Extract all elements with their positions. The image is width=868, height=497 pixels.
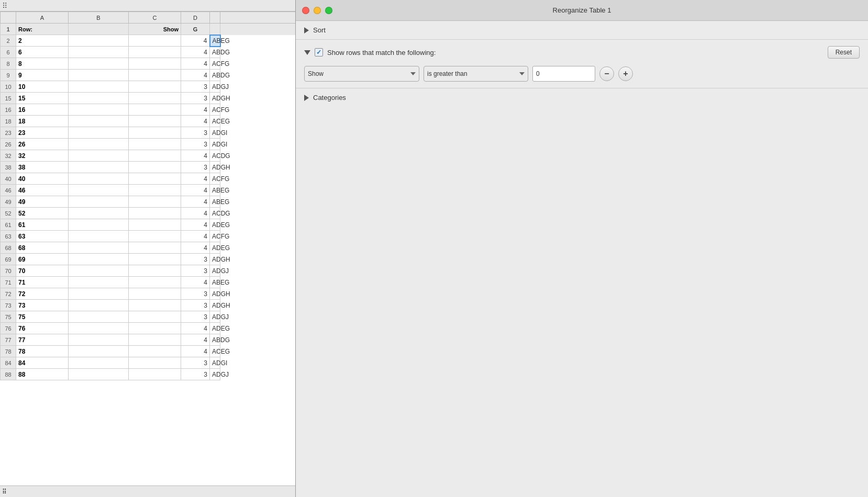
cell-d-value[interactable]: 4	[181, 242, 210, 254]
cell-c-value[interactable]	[129, 346, 181, 357]
cell-d-value[interactable]: 4	[181, 104, 210, 116]
cell-c-value[interactable]	[129, 173, 181, 185]
cell-a-value[interactable]: 84	[16, 357, 69, 369]
cell-c-value[interactable]	[129, 93, 181, 104]
cell-a-value[interactable]: 63	[16, 231, 69, 242]
cell-e-value[interactable]: ACFG	[210, 58, 220, 70]
cell-a-value[interactable]: 77	[16, 334, 69, 346]
cell-c-value[interactable]	[129, 127, 181, 139]
cell-d-value[interactable]: 4	[181, 185, 210, 196]
cell-b-value[interactable]	[69, 35, 129, 47]
cell-e-value[interactable]: ADGI	[210, 357, 220, 369]
cell-d-value[interactable]: 3	[181, 300, 210, 311]
cell-e-value[interactable]: ADGJ	[210, 265, 220, 277]
cell-e-value[interactable]: ABEG	[210, 185, 220, 196]
cell-b-value[interactable]	[69, 104, 129, 116]
cell-a-value[interactable]: 32	[16, 150, 69, 162]
cell-e-value[interactable]: ABEG	[210, 35, 220, 47]
cell-e-value[interactable]: ADEG	[210, 323, 220, 334]
cell-e-value[interactable]: ADGH	[210, 93, 220, 104]
cell-a-value[interactable]: 40	[16, 173, 69, 185]
cell-c-value[interactable]	[129, 242, 181, 254]
cell-c-value[interactable]	[129, 300, 181, 311]
cell-e-value[interactable]: ACDG	[210, 208, 220, 219]
cell-e-value[interactable]: ADGJ	[210, 311, 220, 323]
cell-e-value[interactable]: ACEG	[210, 346, 220, 357]
cell-b-value[interactable]	[69, 150, 129, 162]
cell-b-value[interactable]	[69, 70, 129, 81]
cell-d-value[interactable]: 3	[181, 162, 210, 173]
cell-d-value[interactable]: 4	[181, 231, 210, 242]
cell-b-value[interactable]	[69, 162, 129, 173]
cell-b-value[interactable]	[69, 208, 129, 219]
cell-b-value[interactable]	[69, 47, 129, 58]
cell-a-value[interactable]: 9	[16, 70, 69, 81]
cell-d-value[interactable]: 3	[181, 311, 210, 323]
cell-d-value[interactable]: 4	[181, 173, 210, 185]
cell-c-value[interactable]	[129, 265, 181, 277]
cell-d-value[interactable]: 4	[181, 219, 210, 231]
cell-a-value[interactable]: 71	[16, 277, 69, 288]
cell-e-value[interactable]: ABEG	[210, 196, 220, 208]
cell-d-value[interactable]: 4	[181, 116, 210, 127]
cell-d-value[interactable]: 4	[181, 35, 210, 47]
cell-e-value[interactable]: ACFG	[210, 173, 220, 185]
cell-c-value[interactable]	[129, 58, 181, 70]
cell-e-value[interactable]: ADGJ	[210, 81, 220, 93]
filter-add-button[interactable]: +	[618, 66, 633, 81]
cell-a-value[interactable]: 75	[16, 311, 69, 323]
cell-d-value[interactable]: 4	[181, 334, 210, 346]
cell-a-value[interactable]: 73	[16, 300, 69, 311]
cell-c-value[interactable]	[129, 334, 181, 346]
cell-a-value[interactable]: 52	[16, 208, 69, 219]
filter-checkbox-wrapper[interactable]: ✓	[315, 48, 323, 57]
filter-value-input[interactable]	[532, 66, 595, 82]
cell-d-value[interactable]: 4	[181, 277, 210, 288]
filter-remove-button[interactable]: −	[599, 66, 614, 81]
maximize-button[interactable]	[325, 7, 332, 14]
cell-b-value[interactable]	[69, 139, 129, 150]
cell-b-value[interactable]	[69, 334, 129, 346]
cell-a-value[interactable]: 16	[16, 104, 69, 116]
reset-button[interactable]: Reset	[828, 46, 860, 59]
cell-c-value[interactable]	[129, 139, 181, 150]
minimize-button[interactable]	[314, 7, 321, 14]
cell-a-value[interactable]: 69	[16, 254, 69, 265]
cell-c-value[interactable]	[129, 357, 181, 369]
cell-a-value[interactable]: 70	[16, 265, 69, 277]
cell-b-value[interactable]	[69, 185, 129, 196]
cell-b-value[interactable]	[69, 369, 129, 380]
cell-d-value[interactable]: 4	[181, 208, 210, 219]
cell-d-value[interactable]: 3	[181, 254, 210, 265]
cell-c-value[interactable]	[129, 35, 181, 47]
cell-e-value[interactable]: ABDG	[210, 70, 220, 81]
cell-e-value[interactable]: ACDG	[210, 150, 220, 162]
cell-a-value[interactable]: 61	[16, 219, 69, 231]
cell-e-value[interactable]: ABDG	[210, 47, 220, 58]
cell-a-value[interactable]: 26	[16, 139, 69, 150]
filter-condition-select[interactable]: is greater than is less than is equal to…	[424, 66, 528, 82]
cell-d-value[interactable]: 4	[181, 58, 210, 70]
cell-d-value[interactable]: 4	[181, 346, 210, 357]
sort-section-header[interactable]: Sort	[304, 26, 860, 34]
cell-d-value[interactable]: 4	[181, 47, 210, 58]
cell-b-value[interactable]	[69, 300, 129, 311]
cell-c-value[interactable]	[129, 323, 181, 334]
cell-b-value[interactable]	[69, 219, 129, 231]
close-button[interactable]	[302, 7, 309, 14]
cell-a-value[interactable]: 8	[16, 58, 69, 70]
cell-e-value[interactable]: ACFG	[210, 231, 220, 242]
cell-c-value[interactable]	[129, 231, 181, 242]
cell-c-value[interactable]	[129, 311, 181, 323]
cell-e-value[interactable]: ACFG	[210, 104, 220, 116]
cell-e-value[interactable]: ADGI	[210, 127, 220, 139]
cell-b-value[interactable]	[69, 231, 129, 242]
cell-a-value[interactable]: 15	[16, 93, 69, 104]
cell-e-value[interactable]: ADGH	[210, 288, 220, 300]
cell-e-value[interactable]: ABDG	[210, 334, 220, 346]
cell-a-value[interactable]: 76	[16, 323, 69, 334]
cell-c-value[interactable]	[129, 277, 181, 288]
cell-c-value[interactable]	[129, 254, 181, 265]
cell-b-value[interactable]	[69, 93, 129, 104]
filter-checkbox[interactable]: ✓	[315, 48, 323, 57]
